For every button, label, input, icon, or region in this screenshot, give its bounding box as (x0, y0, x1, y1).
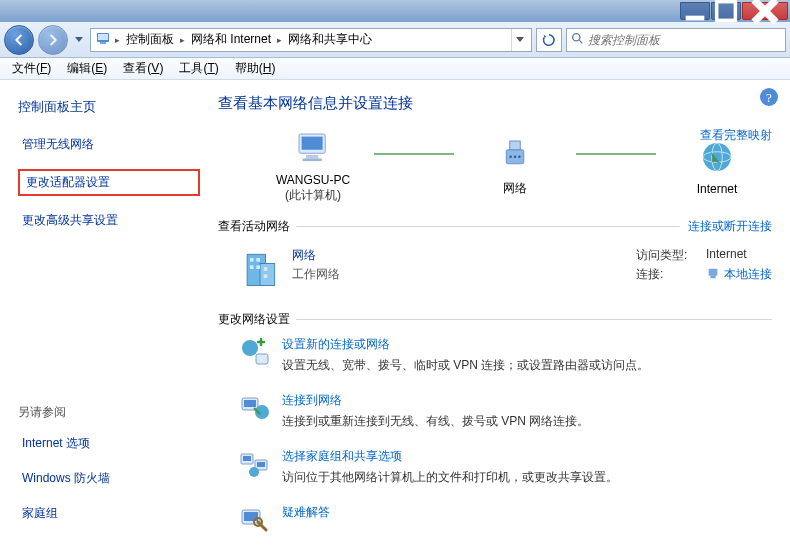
sidebar-link-advanced-sharing[interactable]: 更改高级共享设置 (18, 210, 200, 231)
setting-desc: 设置无线、宽带、拨号、临时或 VPN 连接；或设置路由器或访问点。 (282, 357, 649, 374)
active-network-type: 工作网络 (292, 266, 340, 283)
map-node-internet: Internet (662, 136, 772, 196)
maximize-button[interactable] (711, 2, 741, 20)
svg-rect-41 (257, 462, 265, 467)
svg-rect-27 (250, 265, 254, 269)
svg-rect-30 (264, 275, 268, 279)
sidebar-also-firewall[interactable]: Windows 防火墙 (18, 468, 200, 489)
active-network-props: 访问类型: Internet 连接: 本地连接 (636, 247, 772, 285)
computer-icon (292, 127, 334, 169)
sidebar-also-homegroup[interactable]: 家庭组 (18, 503, 200, 524)
forward-button[interactable] (38, 25, 68, 55)
menu-edit[interactable]: 编辑(E) (61, 58, 113, 79)
svg-rect-26 (256, 258, 260, 262)
connection-link[interactable]: 本地连接 (706, 266, 772, 283)
hub-icon (494, 134, 536, 176)
setting-link[interactable]: 连接到网络 (282, 392, 589, 409)
address-dropdown[interactable] (511, 29, 527, 51)
breadcrumb-item-2[interactable]: 网络和共享中心 (286, 31, 374, 48)
toolbar: ▸ 控制面板 ▸ 网络和 Internet ▸ 网络和共享中心 (0, 22, 790, 58)
content: ? 查看基本网络信息并设置连接 查看完整映射 WANGSU-PC (此计算机) … (208, 80, 790, 548)
setting-new-connection: 设置新的连接或网络 设置无线、宽带、拨号、临时或 VPN 连接；或设置路由器或访… (238, 336, 772, 374)
menu-tools[interactable]: 工具(T) (173, 58, 224, 79)
menu-file[interactable]: 文件(F) (6, 58, 57, 79)
close-button[interactable] (742, 2, 788, 20)
history-dropdown[interactable] (72, 25, 86, 55)
svg-point-17 (509, 155, 512, 158)
back-button[interactable] (4, 25, 34, 55)
menu-view[interactable]: 查看(V) (117, 58, 169, 79)
full-map-link[interactable]: 查看完整映射 (700, 127, 772, 144)
sidebar-also-internet-options[interactable]: Internet 选项 (18, 433, 200, 454)
svg-point-20 (703, 143, 731, 171)
connect-network-icon (238, 392, 270, 424)
setting-link[interactable]: 选择家庭组和共享选项 (282, 448, 618, 465)
map-node-network: 网络 (460, 134, 570, 197)
map-connector (576, 153, 656, 155)
setting-link[interactable]: 设置新的连接或网络 (282, 336, 649, 353)
sidebar-home[interactable]: 控制面板主页 (18, 98, 200, 116)
active-network: 网络 工作网络 访问类型: Internet 连接: 本地连接 (218, 241, 772, 297)
map-node-label: 网络 (503, 180, 527, 197)
svg-rect-39 (243, 456, 251, 461)
svg-rect-5 (98, 34, 108, 40)
svg-rect-29 (264, 267, 268, 271)
svg-rect-32 (710, 276, 715, 279)
chevron-right-icon[interactable]: ▸ (115, 35, 120, 45)
svg-rect-36 (244, 400, 256, 407)
svg-point-18 (514, 155, 517, 158)
active-network-name[interactable]: 网络 (292, 247, 340, 264)
menu-help[interactable]: 帮助(H) (229, 58, 282, 79)
menu-bar: 文件(F) 编辑(E) 查看(V) 工具(T) 帮助(H) (0, 58, 790, 80)
svg-rect-16 (510, 141, 521, 150)
setting-troubleshoot: 疑难解答 (238, 504, 772, 536)
svg-point-33 (242, 340, 258, 356)
network-building-icon (238, 247, 282, 291)
sidebar-link-adapter-settings[interactable]: 更改适配器设置 (18, 169, 200, 196)
setting-desc: 连接到或重新连接到无线、有线、拨号或 VPN 网络连接。 (282, 413, 589, 430)
ethernet-icon (706, 266, 720, 283)
connect-disconnect-link[interactable]: 连接或断开连接 (688, 218, 772, 235)
search-input[interactable] (588, 33, 781, 47)
access-type-value: Internet (706, 247, 747, 264)
search-icon (571, 32, 584, 48)
map-node-sublabel: (此计算机) (285, 187, 341, 204)
minimize-button[interactable] (680, 2, 710, 20)
network-map: 查看完整映射 WANGSU-PC (此计算机) 网络 Inter (218, 127, 772, 204)
change-settings-header: 更改网络设置 (218, 311, 772, 328)
new-connection-icon (238, 336, 270, 368)
chevron-right-icon[interactable]: ▸ (180, 35, 185, 45)
map-connector (374, 153, 454, 155)
troubleshoot-icon (238, 504, 270, 536)
svg-point-7 (573, 33, 580, 40)
title-bar (0, 0, 790, 22)
svg-rect-1 (717, 2, 736, 21)
map-node-label: Internet (697, 182, 738, 196)
svg-rect-13 (306, 155, 318, 159)
svg-text:?: ? (766, 90, 772, 105)
svg-rect-28 (256, 265, 260, 269)
page-title: 查看基本网络信息并设置连接 (218, 94, 772, 113)
svg-point-42 (249, 467, 259, 477)
breadcrumb-item-0[interactable]: 控制面板 (124, 31, 176, 48)
sidebar: 控制面板主页 管理无线网络 更改适配器设置 更改高级共享设置 另请参阅 Inte… (0, 80, 208, 548)
setting-link[interactable]: 疑难解答 (282, 504, 330, 521)
sidebar-link-wireless[interactable]: 管理无线网络 (18, 134, 200, 155)
breadcrumb-item-1[interactable]: 网络和 Internet (189, 31, 273, 48)
chevron-right-icon[interactable]: ▸ (277, 35, 282, 45)
svg-point-19 (518, 155, 521, 158)
connection-label: 连接: (636, 266, 696, 283)
svg-rect-12 (302, 137, 323, 150)
refresh-button[interactable] (536, 28, 562, 52)
svg-rect-34 (256, 354, 268, 364)
control-panel-icon (95, 30, 111, 49)
search-bar[interactable] (566, 28, 786, 52)
homegroup-icon (238, 448, 270, 480)
help-button[interactable]: ? (758, 86, 780, 108)
active-networks-header: 查看活动网络 连接或断开连接 (218, 218, 772, 235)
svg-rect-6 (100, 42, 106, 44)
address-bar[interactable]: ▸ 控制面板 ▸ 网络和 Internet ▸ 网络和共享中心 (90, 28, 532, 52)
map-node-label: WANGSU-PC (276, 173, 350, 187)
sidebar-also-title: 另请参阅 (18, 404, 200, 421)
setting-connect-network: 连接到网络 连接到或重新连接到无线、有线、拨号或 VPN 网络连接。 (238, 392, 772, 430)
